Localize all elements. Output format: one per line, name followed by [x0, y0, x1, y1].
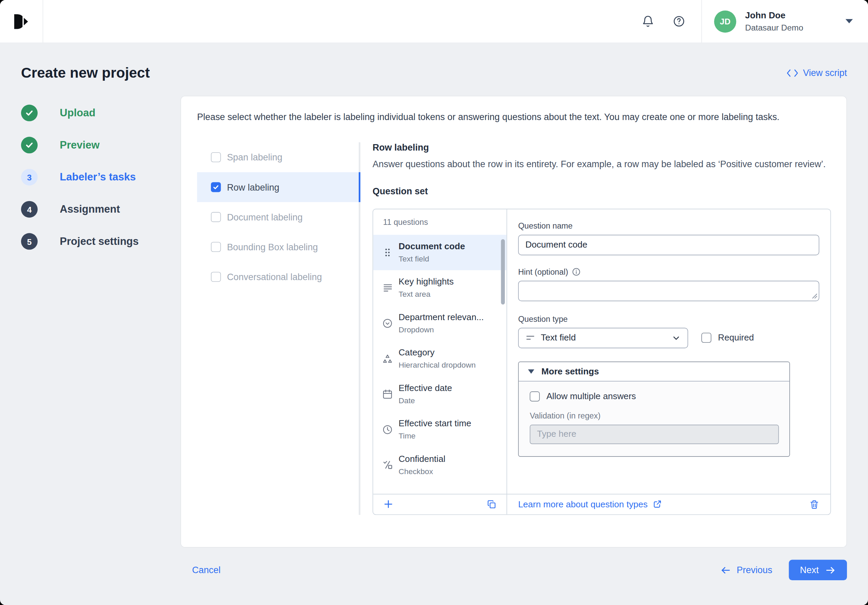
question-item-confidential[interactable]: Confidential Checkbox: [373, 447, 506, 482]
question-set-panel: 11 questions: [373, 209, 831, 515]
question-item-effective-date[interactable]: Effective date Date: [373, 377, 506, 412]
clock-icon: [381, 424, 394, 435]
question-items: Document code Text field: [373, 235, 506, 494]
cancel-label: Cancel: [192, 565, 221, 574]
question-item-category[interactable]: Category Hierarchical dropdown: [373, 341, 506, 376]
question-item-department-relevance[interactable]: Department relevan... Dropdown: [373, 306, 506, 341]
allow-multiple-checkbox[interactable]: [530, 391, 539, 401]
required-checkbox[interactable]: [702, 333, 711, 343]
question-type-select[interactable]: Text field: [518, 327, 688, 348]
span-labeling-checkbox[interactable]: [211, 152, 221, 162]
validation-input[interactable]: [530, 425, 779, 444]
step-assignment[interactable]: 4 Assignment: [21, 193, 180, 225]
task-type-label: Span labeling: [227, 152, 282, 163]
add-question-button[interactable]: [383, 499, 394, 509]
external-link-icon: [653, 500, 662, 509]
step-project-settings-circle: 5: [21, 233, 38, 250]
task-type-label: Conversational labeling: [227, 271, 322, 282]
step-number: 4: [27, 205, 32, 214]
topbar-right: JD John Doe Datasaur Demo: [638, 0, 868, 43]
task-type-conversational-labeling[interactable]: Conversational labeling: [197, 262, 359, 292]
question-item-document-code[interactable]: Document code Text field: [373, 235, 506, 270]
question-type: Text area: [399, 290, 454, 298]
resize-handle-icon[interactable]: [811, 292, 818, 299]
arrow-left-icon: [720, 564, 732, 576]
task-type-label: Bounding Box labeling: [227, 242, 318, 252]
hint-input[interactable]: [518, 281, 819, 301]
avatar[interactable]: JD: [714, 10, 736, 32]
task-type-document-labeling[interactable]: Document labeling: [197, 202, 359, 232]
validation-label: Validation (in regex): [530, 411, 778, 420]
question-set-heading: Question set: [373, 186, 831, 196]
question-name: Effective start time: [399, 419, 471, 429]
text-field-icon: [525, 333, 535, 343]
view-script-link[interactable]: View script: [786, 67, 847, 78]
task-type-span-labeling[interactable]: Span labeling: [197, 143, 359, 172]
question-type: Checkbox: [399, 467, 445, 476]
conversational-labeling-checkbox[interactable]: [211, 272, 221, 282]
info-icon[interactable]: [572, 267, 581, 276]
question-name: Document code: [399, 242, 465, 251]
question-item-effective-start-time[interactable]: Effective start time Time: [373, 412, 506, 447]
drag-handle-icon[interactable]: [381, 248, 394, 257]
allow-multiple-label: Allow multiple answers: [546, 391, 636, 401]
required-toggle[interactable]: Required: [702, 333, 754, 343]
document-labeling-checkbox[interactable]: [211, 212, 221, 222]
step-assignment-circle: 4: [21, 201, 38, 218]
question-type-label: Question type: [518, 314, 819, 323]
step-upload-label: Upload: [60, 107, 95, 119]
checkbox-type-icon: [381, 459, 394, 470]
step-project-settings[interactable]: 5 Project settings: [21, 225, 180, 258]
step-project-settings-label: Project settings: [60, 235, 139, 248]
step-preview[interactable]: Preview: [21, 129, 180, 161]
step-number: 5: [27, 237, 32, 246]
task-detail: Row labeling Answer questions about the …: [360, 143, 831, 515]
question-count: 11 questions: [373, 209, 506, 235]
question-name-input[interactable]: [518, 235, 819, 255]
task-type-bounding-box-labeling[interactable]: Bounding Box labeling: [197, 232, 359, 262]
topbar-spacer: [43, 0, 638, 43]
question-list-scrollbar[interactable]: [501, 239, 505, 304]
task-type-list: Span labeling Row labeling Document labe…: [197, 143, 360, 515]
duplicate-question-button[interactable]: [487, 499, 496, 509]
allow-multiple-toggle[interactable]: Allow multiple answers: [530, 391, 778, 401]
row-labeling-checkbox[interactable]: [211, 182, 221, 192]
previous-button[interactable]: Previous: [720, 564, 772, 576]
account-menu[interactable]: John Doe Datasaur Demo: [745, 10, 828, 33]
calendar-icon: [381, 389, 394, 400]
notifications-button[interactable]: [638, 12, 657, 31]
learn-more-link[interactable]: Learn more about question types: [518, 499, 662, 509]
wizard-steps: Upload Preview 3 Labeler’s tasks 4 Assig…: [21, 96, 180, 548]
question-type: Text field: [399, 254, 465, 263]
check-icon: [25, 141, 34, 150]
create-project-page: Create new project View script Upload: [0, 43, 868, 602]
question-type: Time: [399, 431, 471, 440]
task-type-row-labeling[interactable]: Row labeling: [197, 172, 359, 202]
cancel-button[interactable]: Cancel: [192, 565, 221, 575]
text-area-icon: [381, 282, 394, 293]
question-name: Key highlights: [399, 277, 454, 287]
step-upload-circle: [21, 105, 38, 121]
question-item-key-highlights[interactable]: Key highlights Text area: [373, 270, 506, 305]
question-form-toolbar: Learn more about question types: [507, 494, 830, 514]
datasaur-logo[interactable]: [0, 0, 43, 43]
question-name-label: Question name: [518, 221, 819, 230]
step-labelers-tasks-circle: 3: [21, 169, 38, 186]
step-upload[interactable]: Upload: [21, 97, 180, 129]
question-name: Effective date: [399, 383, 452, 393]
check-icon: [25, 109, 34, 117]
question-item-approval-status[interactable]: Approval status: [373, 482, 506, 494]
step-labelers-tasks[interactable]: 3 Labeler’s tasks: [21, 161, 180, 193]
plus-icon: [383, 499, 394, 509]
more-settings-section: More settings Allow multiple answers Val…: [518, 361, 790, 457]
next-button[interactable]: Next: [789, 560, 847, 580]
help-button[interactable]: [669, 12, 688, 31]
wizard-footer: Cancel Previous Next: [21, 560, 847, 580]
question-type: Hierarchical dropdown: [399, 360, 476, 369]
more-settings-toggle[interactable]: More settings: [519, 362, 789, 381]
arrow-right-icon: [825, 564, 836, 576]
bounding-box-labeling-checkbox[interactable]: [211, 242, 221, 252]
account-menu-toggle[interactable]: [845, 18, 853, 25]
delete-question-button[interactable]: [809, 499, 819, 509]
question-list: 11 questions: [373, 209, 507, 515]
